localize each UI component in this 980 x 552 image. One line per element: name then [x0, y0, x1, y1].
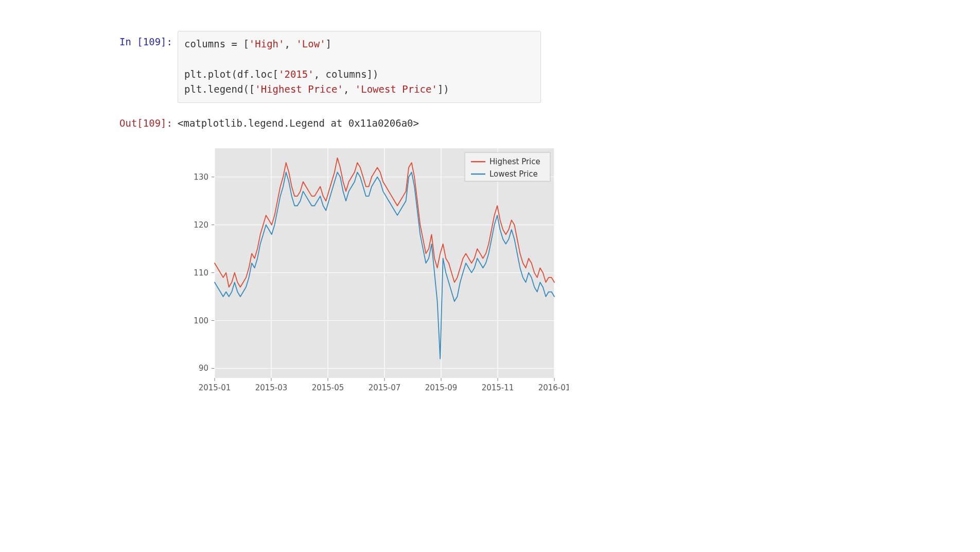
legend-label: Highest Price — [489, 157, 540, 166]
x-tick-label: 2015-09 — [425, 383, 458, 392]
line-chart: 901001101201302015-012015-032015-052015-… — [178, 141, 569, 409]
y-tick-label: 110 — [194, 268, 208, 277]
x-tick-label: 2015-07 — [369, 383, 401, 392]
plot-output: 901001101201302015-012015-032015-052015-… — [178, 141, 980, 409]
x-tick-label: 2015-11 — [482, 383, 514, 392]
legend-label: Lowest Price — [489, 169, 538, 179]
y-tick-label: 100 — [194, 316, 208, 325]
x-tick-label: 2015-03 — [255, 383, 288, 392]
notebook: In [109]: columns = ['High', 'Low'] plt.… — [0, 0, 980, 409]
legend: Highest PriceLowest Price — [465, 152, 550, 181]
y-tick-label: 120 — [194, 220, 208, 229]
out-prompt: Out[109]: — [113, 112, 178, 129]
x-tick-label: 2015-05 — [312, 383, 344, 392]
input-cell: In [109]: columns = ['High', 'Low'] plt.… — [113, 31, 980, 103]
y-tick-label: 90 — [199, 364, 208, 373]
x-tick-label: 2016-01 — [538, 383, 569, 392]
x-tick-label: 2015-01 — [199, 383, 231, 392]
code-input[interactable]: columns = ['High', 'Low'] plt.plot(df.lo… — [178, 31, 541, 103]
y-tick-label: 130 — [194, 173, 208, 182]
in-prompt: In [109]: — [113, 31, 178, 47]
out-repr: <matplotlib.legend.Legend at 0x11a0206a0… — [178, 112, 419, 129]
output-cell: Out[109]: <matplotlib.legend.Legend at 0… — [113, 112, 980, 129]
